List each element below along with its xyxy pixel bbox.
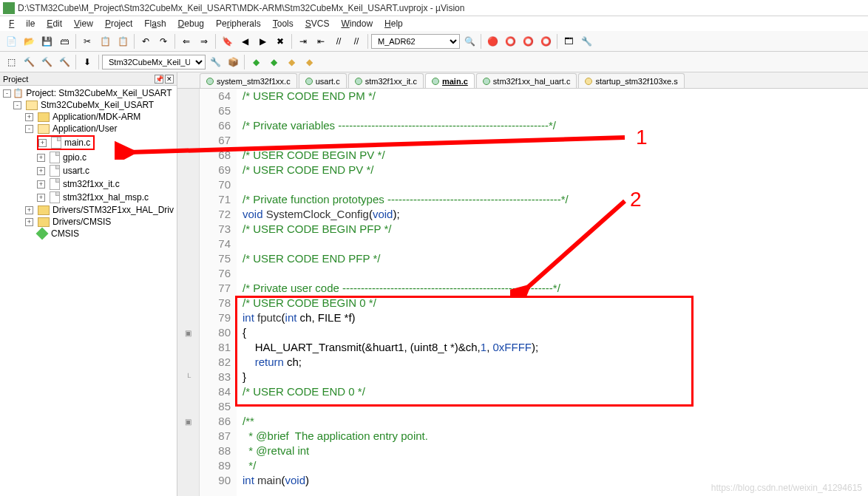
new-file-button[interactable]: 📄 [3,33,19,50]
tree-file-usart[interactable]: +usart.c [0,164,177,177]
rte-button[interactable]: ◆ [248,54,264,70]
books-button[interactable]: ◆ [283,54,299,70]
config-button[interactable]: 🔧 [578,33,594,50]
pack-button[interactable]: ◆ [265,54,282,70]
window-title: D:\STM32Cube\M_Project\Stm32CubeMx_Keil_… [18,3,464,13]
save-all-button[interactable]: 🗃 [56,33,72,50]
tree-file-gpio[interactable]: +gpio.c [0,151,177,164]
tab-startup_stm32f103xe-s[interactable]: startup_stm32f103xe.s [578,73,684,88]
debug-start-button[interactable]: 🔴 [484,33,501,50]
breakpoint-toggle-button[interactable]: ⭕ [502,33,518,50]
tree-group-cmsis[interactable]: CMSIS [0,228,177,239]
menu-flash[interactable]: Flash [138,17,172,30]
build-button[interactable]: 🔨 [21,54,37,70]
indent-button[interactable]: ⇥ [295,33,311,50]
breakpoint-enable-button[interactable]: ⭕ [520,33,536,50]
options-button[interactable]: 🔧 [207,54,223,70]
menu-tools[interactable]: Tools [267,17,299,30]
menu-window[interactable]: Window [335,17,379,30]
batch-build-button[interactable]: 🔨 [56,54,72,70]
toolbar-main: 📄 📂 💾 🗃 ✂ 📋 📋 ↶ ↷ ⇐ ⇒ 🔖 ◀ ▶ ✖ ⇥ ⇤ // // … [0,31,868,52]
find-combo[interactable]: M_ADR62 [371,34,460,49]
menu-peripherals[interactable]: Peripherals [210,17,267,30]
panel-pushpin-icon[interactable]: 📌 [155,75,163,84]
open-button[interactable]: 📂 [21,33,37,50]
bookmark-clear-button[interactable]: ✖ [272,33,288,50]
tree-file-main[interactable]: +main.c [0,135,177,151]
breakpoint-kill-button[interactable]: ⭕ [538,33,554,50]
bookmark-prev-button[interactable]: ◀ [237,33,253,50]
toolbar-build: ⬚ 🔨 🔨 🔨 ⬇ Stm32CubeMx_Keil_USAR 🔧 📦 ◆ ◆ … [0,52,868,72]
menu-file[interactable]: File [3,17,41,30]
rebuild-button[interactable]: 🔨 [38,54,55,70]
tree-group-cmsisDrivers[interactable]: +Drivers/CMSIS [0,216,177,228]
window-button[interactable]: 🗔 [560,33,577,50]
translate-button[interactable]: ⬚ [3,54,19,70]
tab-stm32f1xx_hal_uart-c[interactable]: stm32f1xx_hal_uart.c [476,73,577,88]
menu-debug[interactable]: Debug [172,17,210,30]
comment-button[interactable]: // [330,33,347,50]
project-panel-title: Project [3,75,28,84]
project-panel-header: Project 📌 ✕ [0,72,177,86]
cut-button[interactable]: ✂ [79,33,95,50]
tree-file-it[interactable]: +stm32f1xx_it.c [0,177,177,191]
misc-button[interactable]: ◆ [301,54,317,70]
find-button[interactable]: 🔍 [461,33,478,50]
tab-stm32f1xx_it-c[interactable]: stm32f1xx_it.c [348,73,424,88]
line-gutter: 6465666768697071727374757677787980818283… [200,89,237,496]
menu-edit[interactable]: Edit [41,17,68,30]
panel-close-icon[interactable]: ✕ [165,75,174,84]
outdent-button[interactable]: ⇤ [313,33,329,50]
nav-fwd-button[interactable]: ⇒ [196,33,212,50]
tab-usart-c[interactable]: usart.c [299,73,347,88]
editor-area: system_stm32f1xx.cusart.cstm32f1xx_it.cm… [177,72,868,496]
uncomment-button[interactable]: // [348,33,365,50]
bookmark-button[interactable]: 🔖 [219,33,235,50]
tree-group-halDrivers[interactable]: +Drivers/STM32F1xx_HAL_Driv [0,204,177,216]
menu-view[interactable]: View [68,17,99,30]
tab-main-c[interactable]: main.c [425,73,475,88]
menubar: File Edit View Project Flash Debug Perip… [0,16,868,31]
menu-help[interactable]: Help [379,17,409,30]
paste-button[interactable]: 📋 [115,33,131,50]
fold-gutter[interactable]: ▣└▣ [177,89,200,496]
redo-button[interactable]: ↷ [155,33,172,50]
save-button[interactable]: 💾 [38,33,55,50]
project-panel: Project 📌 ✕ -📋 Project: Stm32CubeMx_Keil… [0,72,177,496]
undo-button[interactable]: ↶ [138,33,154,50]
tree-group-user[interactable]: -Application/User [0,123,177,135]
download-button[interactable]: ⬇ [79,54,95,70]
copy-button[interactable]: 📋 [97,33,113,50]
titlebar: D:\STM32Cube\M_Project\Stm32CubeMx_Keil_… [0,0,868,16]
bookmark-next-button[interactable]: ▶ [254,33,271,50]
tree-group-mdk[interactable]: +Application/MDK-ARM [0,111,177,123]
menu-project[interactable]: Project [99,17,138,30]
tree-target[interactable]: -Stm32CubeMx_Keil_USART [0,99,177,111]
watermark: https://blog.csdn.net/weixin_41294615 [711,483,862,493]
nav-back-button[interactable]: ⇐ [178,33,194,50]
manage-button[interactable]: 📦 [225,54,241,70]
tree-root[interactable]: -📋 Project: Stm32CubeMx_Keil_USART [0,87,177,99]
tree-file-msp[interactable]: +stm32f1xx_hal_msp.c [0,191,177,204]
menu-svcs[interactable]: SVCS [299,17,336,30]
workspace: Project 📌 ✕ -📋 Project: Stm32CubeMx_Keil… [0,72,868,496]
tab-system_stm32f1xx-c[interactable]: system_stm32f1xx.c [200,73,297,88]
app-icon [3,2,15,14]
code-body[interactable]: /* USER CODE END PM */ /* Private variab… [237,89,868,496]
target-combo[interactable]: Stm32CubeMx_Keil_USAR [102,55,206,69]
code-editor[interactable]: ▣└▣ 646566676869707172737475767778798081… [177,89,868,496]
editor-tabbar: system_stm32f1xx.cusart.cstm32f1xx_it.cm… [177,72,868,89]
project-tree[interactable]: -📋 Project: Stm32CubeMx_Keil_USART -Stm3… [0,86,177,241]
